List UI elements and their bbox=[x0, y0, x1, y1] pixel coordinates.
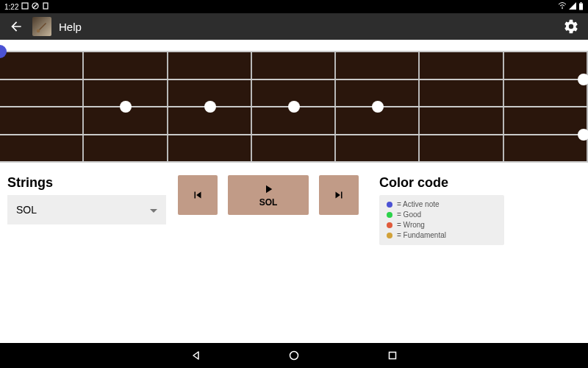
wifi-icon bbox=[558, 2, 567, 11]
svg-rect-5 bbox=[579, 3, 583, 10]
app-bar: Help bbox=[0, 13, 588, 40]
legend-row: = Active note bbox=[387, 199, 497, 210]
legend-heading: Color code bbox=[379, 175, 504, 191]
fret-marker bbox=[578, 129, 588, 141]
android-nav-bar bbox=[0, 343, 588, 368]
fret-marker bbox=[288, 101, 300, 113]
next-button[interactable] bbox=[319, 175, 359, 215]
legend-dot bbox=[387, 212, 392, 218]
fret-marker bbox=[120, 101, 132, 113]
legend-box: = Active note= Good= Wrong= Fundamental bbox=[379, 195, 504, 245]
legend-row: = Wrong bbox=[387, 220, 497, 230]
svg-point-8 bbox=[290, 352, 298, 360]
legend-label: = Fundamental bbox=[397, 230, 446, 241]
prev-button[interactable] bbox=[178, 175, 218, 215]
status-time: 1:22 bbox=[4, 3, 18, 11]
strings-select[interactable]: SOL bbox=[7, 195, 166, 224]
legend-label: = Active note bbox=[397, 199, 440, 210]
legend-row: = Fundamental bbox=[387, 230, 497, 241]
app-icon bbox=[32, 17, 51, 36]
svg-rect-9 bbox=[390, 353, 396, 359]
legend-dot bbox=[387, 233, 392, 238]
legend-dot bbox=[387, 202, 392, 208]
svg-rect-0 bbox=[22, 3, 28, 9]
caret-down-icon bbox=[150, 204, 157, 216]
nav-recent-button[interactable] bbox=[387, 350, 398, 361]
legend-row: = Good bbox=[387, 210, 497, 220]
settings-button[interactable] bbox=[562, 17, 581, 36]
svg-point-4 bbox=[562, 8, 563, 10]
play-button[interactable]: SOL bbox=[228, 175, 309, 215]
battery-icon bbox=[578, 2, 584, 12]
svg-rect-3 bbox=[43, 3, 48, 9]
fret-marker bbox=[372, 101, 384, 113]
status-icon bbox=[42, 2, 49, 11]
svg-line-2 bbox=[33, 4, 37, 8]
strings-heading: Strings bbox=[7, 175, 166, 191]
legend-dot bbox=[387, 222, 392, 228]
svg-point-7 bbox=[37, 29, 40, 33]
status-icon bbox=[21, 2, 29, 11]
fret-marker bbox=[578, 74, 588, 85]
signal-icon bbox=[569, 2, 576, 11]
fretboard[interactable] bbox=[0, 52, 588, 162]
legend-label: = Good bbox=[397, 210, 421, 220]
strings-selected-value: SOL bbox=[16, 204, 37, 216]
legend-label: = Wrong bbox=[397, 220, 425, 230]
skip-next-icon bbox=[332, 188, 345, 202]
svg-rect-6 bbox=[581, 2, 582, 4]
nav-back-button[interactable] bbox=[190, 350, 201, 361]
status-bar: 1:22 bbox=[0, 0, 588, 13]
fret-marker bbox=[204, 101, 216, 113]
play-icon bbox=[262, 183, 275, 196]
skip-previous-icon bbox=[191, 188, 204, 202]
status-icon bbox=[32, 2, 39, 11]
play-label: SOL bbox=[259, 197, 278, 208]
nav-home-button[interactable] bbox=[289, 350, 299, 361]
page-title: Help bbox=[59, 21, 82, 33]
back-button[interactable] bbox=[7, 18, 25, 35]
